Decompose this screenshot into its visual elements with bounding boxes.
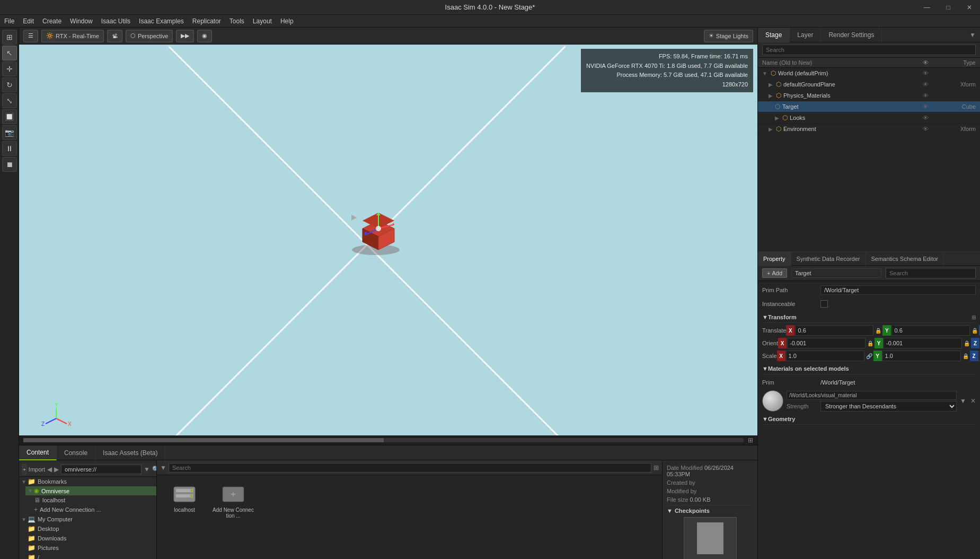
toolbar-move[interactable]: ✛ [2, 62, 17, 76]
toolbar-arrow[interactable]: ↖ [2, 46, 17, 60]
toolbar-stop[interactable]: ⏹ [2, 157, 17, 172]
menu-isaac-examples[interactable]: Isaac Examples [139, 18, 184, 25]
tree-add-connection[interactable]: + Add New Connection ... [32, 505, 156, 514]
perspective-button[interactable]: ⬡ Perspective [126, 30, 173, 42]
stage-item-physics[interactable]: ▶ ⬡ Physics_Materials 👁 [758, 90, 980, 101]
translate-y-input[interactable] [891, 325, 970, 336]
ptab-synthetic-data[interactable]: Synthetic Data Recorder [791, 252, 866, 266]
menu-help[interactable]: Help [280, 18, 294, 25]
stage-lights-button[interactable]: ☀ Stage Lights [704, 30, 753, 42]
svg-point-11 [376, 226, 381, 231]
viewport-grid-toggle[interactable]: ⊞ [748, 436, 753, 444]
tab-content[interactable]: Content [19, 446, 57, 460]
file-main: ▼ ⊞ [157, 460, 662, 559]
camera-button[interactable]: 📽 [107, 30, 122, 42]
stage-item-world[interactable]: ▼ ⬡ World (defaultPrim) 👁 [758, 68, 980, 79]
menu-edit[interactable]: Edit [23, 18, 34, 25]
path-input[interactable] [61, 465, 142, 474]
ptab-semantics[interactable]: Semantics Schema Editor [866, 252, 944, 266]
rtx-realtime-button[interactable]: 🔆 RTX - Real-Time [41, 30, 104, 42]
add-connection-icon: + [218, 482, 248, 507]
tree-desktop[interactable]: 📁 Desktop [25, 524, 156, 534]
translate-x-input[interactable] [795, 325, 873, 336]
transform-section-header[interactable]: ▼ Transform ⊞ [762, 312, 976, 323]
orient-x-input[interactable] [787, 338, 866, 348]
geometry-section-header[interactable]: ▼ Geometry [762, 414, 976, 425]
property-value-input[interactable] [791, 268, 881, 278]
stage-filter-button[interactable]: ▼ [965, 31, 980, 39]
filter-icon[interactable]: ▼ [160, 464, 166, 471]
orient-x-axis: X [778, 338, 787, 348]
stage-search-input[interactable] [762, 45, 976, 55]
stage-item-looks[interactable]: ▶ ⬡ Looks 👁 [758, 112, 980, 124]
maximize-button[interactable]: □ [938, 0, 959, 15]
rtab-stage[interactable]: Stage [758, 28, 790, 42]
toolbar-select[interactable]: ⊞ [2, 30, 17, 45]
menu-layout[interactable]: Layout [253, 18, 272, 25]
viewport-bottom-bar: ⊞ [19, 435, 757, 445]
menu-tools[interactable]: Tools [229, 18, 244, 25]
file-item-add-connection[interactable]: + Add New Connection ... [212, 482, 254, 519]
ptab-property[interactable]: Property [758, 252, 791, 266]
material-path-input[interactable] [787, 391, 957, 400]
search-toggle[interactable]: 🔍 [152, 466, 157, 473]
tree-root[interactable]: 📁 / [25, 553, 156, 559]
toolbar-rotate[interactable]: ↻ [2, 77, 17, 92]
stage-item-environment[interactable]: ▶ ⬡ Environment 👁 Xform [758, 124, 980, 135]
filter-button[interactable]: ▼ [144, 466, 150, 473]
rtab-layer[interactable]: Layer [790, 28, 821, 42]
hamburger-menu-button[interactable]: ☰ [23, 30, 38, 42]
file-search-input[interactable] [169, 463, 651, 473]
forward-button[interactable]: ▶ [54, 466, 59, 473]
nav-button[interactable]: ▶▶ [176, 30, 194, 42]
toolbar-snap[interactable]: 🔲 [2, 109, 17, 124]
menu-isaac-utils[interactable]: Isaac Utils [101, 18, 130, 25]
tree-bookmarks[interactable]: ▼ 📁 Bookmarks [19, 477, 156, 486]
menu-window[interactable]: Window [70, 18, 93, 25]
tab-console[interactable]: Console [57, 446, 95, 460]
tree-pictures[interactable]: 📁 Pictures [25, 543, 156, 553]
orient-z-axis: Z [971, 338, 979, 348]
tree-omniverse[interactable]: ▼ ◉ Omniverse [25, 486, 156, 495]
tree-localhost[interactable]: 🖥 localhost [32, 495, 156, 505]
titlebar: Isaac Sim 4.0.0 - New Stage* — □ ✕ [0, 0, 980, 15]
rtab-render-settings[interactable]: Render Settings [821, 28, 882, 42]
tab-isaac-assets[interactable]: Isaac Assets (Beta) [95, 446, 165, 460]
mat-clear-icon[interactable]: ✕ [970, 397, 976, 405]
stage-item-target[interactable]: ⬡ Target 👁 Cube [758, 101, 980, 112]
transform-collapse-icon: ▼ [762, 314, 768, 320]
scale-x-input[interactable] [786, 351, 864, 361]
orient-y-input[interactable] [884, 338, 962, 348]
tree-downloads[interactable]: 📁 Downloads [25, 534, 156, 543]
viewport[interactable]: FPS: 59.84, Frame time: 16.71 ms NVIDIA … [19, 45, 757, 445]
material-strength-select[interactable]: Stronger than Descendants Weaker than De… [820, 401, 957, 412]
render-mode-button[interactable]: ◉ [197, 30, 212, 42]
material-ball [762, 390, 783, 412]
close-button[interactable]: ✕ [959, 0, 980, 15]
viewport-progress-fill [23, 438, 384, 442]
import-button[interactable]: + [22, 464, 27, 475]
tree-my-computer[interactable]: ▼ 💻 My Computer [19, 514, 156, 524]
light-icon: ☀ [709, 32, 714, 39]
stage-item-ground[interactable]: ▶ ⬡ defaultGroundPlane 👁 Xform [758, 79, 980, 90]
add-property-button[interactable]: + Add [762, 268, 787, 278]
toolbar-camera[interactable]: 📷 [2, 125, 17, 140]
menu-create[interactable]: Create [42, 18, 61, 25]
property-search-input[interactable] [886, 268, 976, 278]
window-controls: — □ ✕ [916, 0, 980, 15]
mat-filter-icon[interactable]: ▼ [960, 397, 966, 405]
view-options[interactable]: ⊞ [654, 464, 659, 471]
instanceable-checkbox[interactable] [820, 300, 828, 308]
toolbar-pause[interactable]: ⏸ [2, 141, 17, 156]
translate-x-axis: X [786, 325, 794, 336]
materials-collapse-icon: ▼ [762, 365, 768, 372]
file-item-localhost[interactable]: localhost [163, 482, 206, 519]
menu-replicator[interactable]: Replicator [192, 18, 221, 25]
menu-file[interactable]: File [4, 18, 14, 25]
prim-path-field[interactable] [820, 285, 976, 295]
scale-y-input[interactable] [882, 351, 961, 361]
back-button[interactable]: ◀ [47, 466, 52, 473]
minimize-button[interactable]: — [916, 0, 938, 15]
toolbar-scale[interactable]: ⤡ [2, 93, 17, 108]
materials-section-header[interactable]: ▼ Materials on selected models [762, 363, 976, 374]
